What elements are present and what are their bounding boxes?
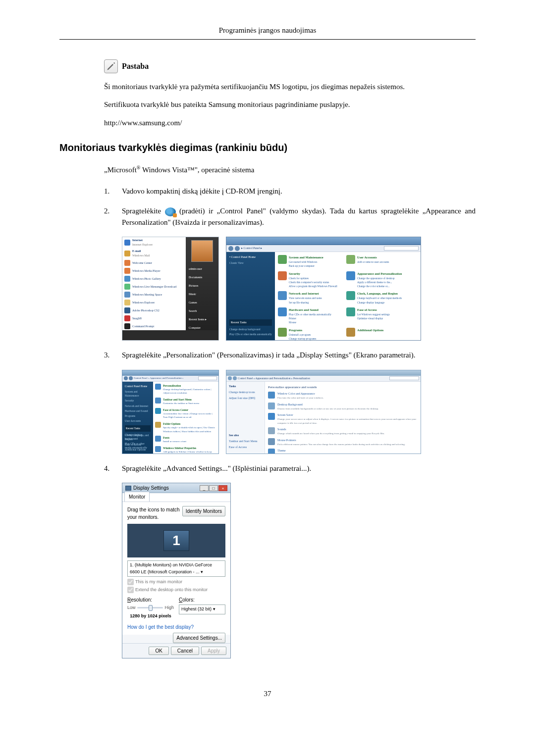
start-item-cmd[interactable]: Command Prompt — [122, 322, 187, 330]
cp-cat-sublink[interactable]: Get started with Windows — [289, 260, 323, 264]
cp-category-9[interactable]: Additional Options — [346, 328, 411, 341]
cp-cat-title[interactable]: Network and Internet — [289, 292, 319, 295]
cp-cat-title[interactable]: Appearance and Personalization — [357, 272, 402, 275]
cp-category-2[interactable]: SecurityCheck for updatesCheck this comp… — [278, 271, 342, 289]
ap-nav-fwd-icon[interactable] — [129, 376, 133, 380]
ap-item-sub[interactable]: Accommodate low vision | Change screen r… — [163, 412, 216, 419]
cp-cat-sublink[interactable]: Change startup programs — [289, 337, 316, 341]
pr-task-font-dpi[interactable]: Adjust font size (DPI) — [229, 396, 262, 401]
cp-side-classic[interactable]: Classic View — [229, 261, 272, 265]
cp-cat-sublink[interactable]: Allow a program through Windows Firewall — [289, 284, 337, 288]
ap-side-home[interactable]: Control Panel Home — [125, 384, 151, 388]
cp-cat-sublink[interactable]: View network status and tasks — [289, 296, 322, 300]
ap-item-5[interactable]: Windows Sidebar PropertiesAdd gadgets to… — [155, 446, 216, 454]
start-right-pictures[interactable]: Pictures — [186, 282, 218, 290]
cp-cat-sublink[interactable]: Mouse — [289, 320, 331, 324]
start-item-snagit[interactable]: SnagIt8 — [122, 314, 187, 322]
pr-address-bar[interactable]: Control Panel » Appearance and Personali… — [226, 376, 421, 382]
pr-breadcrumb[interactable]: Control Panel » Appearance and Personali… — [238, 376, 310, 380]
cp-category-4[interactable]: Network and InternetView network status … — [278, 291, 342, 304]
pr-item-title[interactable]: Theme — [277, 449, 286, 452]
cp-cat-sublink[interactable]: Change keyboard or other input methods — [357, 296, 402, 300]
cp-nav-back-icon[interactable] — [228, 246, 233, 251]
cp-category-3[interactable]: Appearance and PersonalizationChange the… — [346, 271, 411, 289]
ap-recent-1[interactable]: Change desktop background — [125, 433, 151, 441]
ap-side-item-10[interactable]: Classic View — [125, 453, 151, 454]
ds-resolution-slider[interactable]: Low High — [127, 605, 174, 611]
cp-nav-fwd-icon[interactable] — [235, 246, 240, 251]
pr-task-desktop-icons[interactable]: Change desktop icons — [229, 390, 262, 395]
ap-item-title[interactable]: Folder Options — [163, 422, 181, 425]
ap-address-bar[interactable]: Control Panel » Appearance and Personali… — [122, 376, 218, 382]
cp-cat-sublink[interactable]: Optimize visual display — [357, 316, 390, 320]
start-item-welcome[interactable]: Welcome Center — [122, 259, 187, 267]
ap-side-item-2[interactable]: Network and Internet — [125, 404, 151, 408]
cp-cat-title[interactable]: Security — [289, 272, 300, 275]
ap-recent-2[interactable]: Play CDs or other media automatically — [125, 442, 151, 450]
cp-cat-title[interactable]: Additional Options — [357, 328, 383, 332]
ap-item-sub[interactable]: Install or remove a font — [163, 440, 186, 444]
cp-cat-title[interactable]: Hardware and Sound — [289, 308, 319, 311]
pr-nav-fwd-icon[interactable] — [233, 376, 237, 380]
ap-side-item-1[interactable]: Security — [125, 399, 151, 403]
pr-item-0[interactable]: Window Color and AppearanceFine tune the… — [268, 392, 418, 400]
ap-item-title[interactable]: Taskbar and Start Menu — [163, 398, 192, 401]
cp-cat-sublink[interactable]: Let Windows suggest settings — [357, 312, 390, 316]
ap-item-0[interactable]: PersonalizationChange desktop background… — [155, 384, 216, 395]
pr-item-4[interactable]: Mouse PointersPick a different mouse poi… — [268, 438, 418, 447]
ds-advanced-settings-button[interactable]: Advanced Settings... — [173, 633, 225, 643]
cp-cat-sublink[interactable]: Change the appearance of desktop — [357, 276, 402, 280]
cp-cat-sublink[interactable]: Check this computer's security status — [289, 280, 337, 284]
ap-search-input[interactable] — [198, 376, 217, 380]
cp-category-7[interactable]: Ease of AccessLet Windows suggest settin… — [346, 307, 411, 325]
ap-nav-back-icon[interactable] — [124, 376, 128, 380]
pr-see-taskbar[interactable]: Taskbar and Start Menu — [229, 439, 262, 444]
ds-monitor-preview[interactable]: 1 — [127, 524, 225, 557]
ap-item-sub[interactable]: Add gadgets to Sidebar | Choose whether … — [163, 450, 216, 454]
ds-slider-thumb[interactable] — [149, 605, 153, 611]
pr-see-ease[interactable]: Ease of Access — [229, 445, 262, 450]
ds-monitor-1[interactable]: 1 — [163, 530, 189, 551]
ds-cancel-button[interactable]: Cancel — [171, 647, 199, 655]
ds-identify-monitors-button[interactable]: Identify Monitors — [182, 506, 225, 516]
cp-recent-2[interactable]: Play CDs or other media automatically — [229, 332, 272, 336]
start-item-email[interactable]: E-mailWindows Mail — [122, 248, 187, 259]
start-item-internet[interactable]: InternetInternet Explorer — [122, 237, 187, 248]
start-right-music[interactable]: Music — [186, 290, 218, 299]
pr-search-input[interactable] — [389, 376, 419, 380]
start-item-photoshop[interactable]: Adobe Photoshop CS2 — [122, 306, 187, 314]
cp-category-5[interactable]: Clock, Language, and RegionChange keyboa… — [346, 291, 411, 304]
start-right-search[interactable]: Search — [186, 307, 218, 315]
start-item-meeting[interactable]: Windows Meeting Space — [122, 291, 187, 299]
ap-item-3[interactable]: Folder OptionsSpecify single- or double-… — [155, 422, 216, 433]
ap-item-sub[interactable]: Specify single- or double-click to open … — [163, 426, 216, 433]
cp-cat-sublink[interactable]: Add or remove user accounts — [357, 260, 389, 264]
ap-item-4[interactable]: FontsInstall or remove a font — [155, 436, 216, 444]
cp-cat-sublink[interactable]: Change the color scheme or... — [357, 284, 402, 288]
pr-nav-back-icon[interactable] — [228, 376, 232, 380]
cp-search-input[interactable] — [384, 246, 419, 251]
cp-recent-1[interactable]: Change desktop background — [229, 327, 272, 331]
cp-category-6[interactable]: Hardware and SoundPlay CDs or other medi… — [278, 307, 342, 325]
cp-cat-title[interactable]: System and Maintenance — [289, 255, 323, 259]
pr-item-title[interactable]: Desktop Background — [277, 403, 303, 406]
cp-category-8[interactable]: ProgramsUninstall a programChange startu… — [278, 328, 342, 341]
start-item-wmp[interactable]: Windows Media Player — [122, 267, 187, 275]
ap-item-title[interactable]: Personalization — [163, 384, 181, 387]
ap-item-title[interactable]: Windows Sidebar Properties — [163, 447, 196, 450]
cp-cat-sublink[interactable]: Uninstall a program — [289, 333, 316, 337]
pr-item-title[interactable]: Window Color and Appearance — [277, 392, 315, 395]
pr-item-3[interactable]: SoundsChange which sounds are heard when… — [268, 427, 418, 436]
ds-close-button[interactable]: × — [218, 485, 227, 491]
cp-cat-sublink[interactable]: Apply a different theme to the... — [357, 280, 402, 284]
pr-item-title[interactable]: Screen Saver — [277, 413, 293, 416]
cp-cat-sublink[interactable]: Set up file sharing — [289, 301, 322, 304]
ds-colors-select[interactable]: Highest (32 bit) ▾ — [179, 605, 225, 614]
cp-cat-title[interactable]: User Accounts — [357, 255, 377, 259]
ap-item-title[interactable]: Ease of Access Center — [163, 408, 188, 411]
start-item-explorer[interactable]: Windows Explorer — [122, 299, 187, 306]
cp-cat-sublink[interactable]: Printer — [289, 316, 331, 320]
pr-item-title[interactable]: Sounds — [277, 428, 286, 431]
pr-item-5[interactable]: ThemeChange the theme. Themes can change… — [268, 449, 418, 454]
start-right-recent[interactable]: Recent Items ▸ — [186, 315, 218, 324]
